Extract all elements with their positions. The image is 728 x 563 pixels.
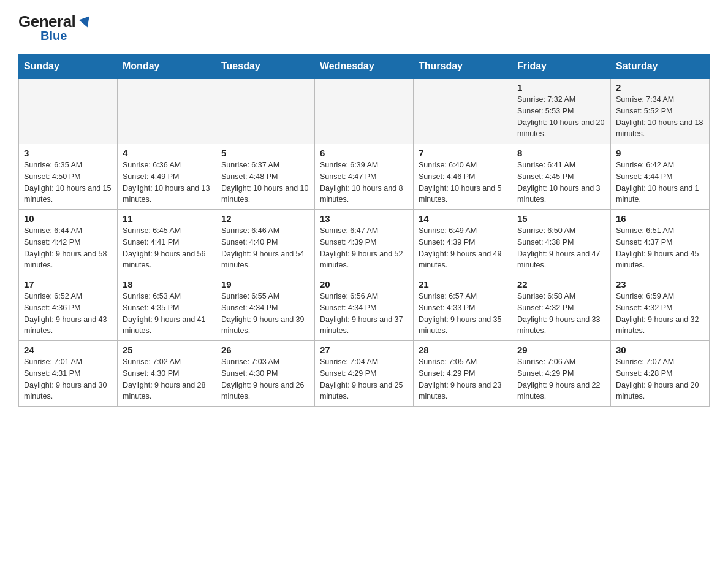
calendar-header-row: SundayMondayTuesdayWednesdayThursdayFrid… <box>19 55 710 79</box>
calendar-cell: 1Sunrise: 7:32 AMSunset: 5:53 PMDaylight… <box>512 79 611 144</box>
day-number: 4 <box>123 148 211 158</box>
calendar-cell: 21Sunrise: 6:57 AMSunset: 4:33 PMDayligh… <box>414 275 512 341</box>
calendar-cell: 16Sunrise: 6:51 AMSunset: 4:37 PMDayligh… <box>611 210 710 275</box>
day-number: 1 <box>517 82 605 93</box>
day-info: Sunrise: 7:06 AMSunset: 4:29 PMDaylight:… <box>517 356 605 402</box>
day-info: Sunrise: 7:01 AMSunset: 4:31 PMDaylight:… <box>24 356 112 402</box>
calendar-cell: 19Sunrise: 6:55 AMSunset: 4:34 PMDayligh… <box>216 275 315 341</box>
day-info: Sunrise: 6:53 AMSunset: 4:35 PMDaylight:… <box>123 291 211 337</box>
day-info: Sunrise: 6:55 AMSunset: 4:34 PMDaylight:… <box>221 291 309 337</box>
logo-blue-text: Blue <box>40 29 67 43</box>
calendar-cell: 9Sunrise: 6:42 AMSunset: 4:44 PMDaylight… <box>611 144 710 210</box>
day-number: 15 <box>517 213 605 224</box>
day-number: 7 <box>419 148 507 158</box>
calendar-cell: 24Sunrise: 7:01 AMSunset: 4:31 PMDayligh… <box>19 341 118 407</box>
day-number: 10 <box>24 213 112 224</box>
calendar-cell: 13Sunrise: 6:47 AMSunset: 4:39 PMDayligh… <box>315 210 414 275</box>
day-info: Sunrise: 6:59 AMSunset: 4:32 PMDaylight:… <box>616 291 704 337</box>
day-info: Sunrise: 6:37 AMSunset: 4:48 PMDaylight:… <box>221 159 309 205</box>
day-info: Sunrise: 6:47 AMSunset: 4:39 PMDaylight:… <box>320 225 408 271</box>
day-info: Sunrise: 7:03 AMSunset: 4:30 PMDaylight:… <box>221 356 309 402</box>
calendar-cell: 2Sunrise: 7:34 AMSunset: 5:52 PMDaylight… <box>611 79 710 144</box>
day-number: 25 <box>123 345 211 355</box>
calendar-cell: 29Sunrise: 7:06 AMSunset: 4:29 PMDayligh… <box>512 341 611 407</box>
day-info: Sunrise: 6:56 AMSunset: 4:34 PMDaylight:… <box>320 291 408 337</box>
logo-triangle-icon <box>79 17 93 29</box>
calendar-cell: 5Sunrise: 6:37 AMSunset: 4:48 PMDaylight… <box>216 144 315 210</box>
calendar-cell <box>315 79 414 144</box>
day-number: 21 <box>419 279 507 289</box>
day-number: 11 <box>123 213 211 224</box>
column-header-thursday: Thursday <box>414 55 512 79</box>
day-number: 13 <box>320 213 408 224</box>
day-info: Sunrise: 7:02 AMSunset: 4:30 PMDaylight:… <box>123 356 211 402</box>
day-info: Sunrise: 6:44 AMSunset: 4:42 PMDaylight:… <box>24 225 112 271</box>
calendar-cell <box>414 79 512 144</box>
calendar-cell: 11Sunrise: 6:45 AMSunset: 4:41 PMDayligh… <box>118 210 216 275</box>
calendar-cell: 7Sunrise: 6:40 AMSunset: 4:46 PMDaylight… <box>414 144 512 210</box>
calendar-cell <box>118 79 216 144</box>
calendar-cell: 25Sunrise: 7:02 AMSunset: 4:30 PMDayligh… <box>118 341 216 407</box>
calendar-cell: 17Sunrise: 6:52 AMSunset: 4:36 PMDayligh… <box>19 275 118 341</box>
day-number: 14 <box>419 213 507 224</box>
day-info: Sunrise: 6:36 AMSunset: 4:49 PMDaylight:… <box>123 159 211 205</box>
day-number: 18 <box>123 279 211 289</box>
day-number: 24 <box>24 345 112 355</box>
day-info: Sunrise: 6:58 AMSunset: 4:32 PMDaylight:… <box>517 291 605 337</box>
column-header-wednesday: Wednesday <box>315 55 414 79</box>
calendar-cell: 27Sunrise: 7:04 AMSunset: 4:29 PMDayligh… <box>315 341 414 407</box>
day-info: Sunrise: 6:35 AMSunset: 4:50 PMDaylight:… <box>24 159 112 205</box>
day-number: 19 <box>221 279 309 289</box>
calendar-week-row: 10Sunrise: 6:44 AMSunset: 4:42 PMDayligh… <box>19 210 710 275</box>
day-info: Sunrise: 6:42 AMSunset: 4:44 PMDaylight:… <box>616 159 704 205</box>
day-number: 3 <box>24 148 112 158</box>
day-info: Sunrise: 6:39 AMSunset: 4:47 PMDaylight:… <box>320 159 408 205</box>
calendar-cell: 6Sunrise: 6:39 AMSunset: 4:47 PMDaylight… <box>315 144 414 210</box>
day-info: Sunrise: 7:32 AMSunset: 5:53 PMDaylight:… <box>517 94 605 140</box>
day-info: Sunrise: 7:04 AMSunset: 4:29 PMDaylight:… <box>320 356 408 402</box>
calendar-cell: 15Sunrise: 6:50 AMSunset: 4:38 PMDayligh… <box>512 210 611 275</box>
calendar-cell <box>216 79 315 144</box>
day-number: 17 <box>24 279 112 289</box>
calendar-cell: 20Sunrise: 6:56 AMSunset: 4:34 PMDayligh… <box>315 275 414 341</box>
calendar-cell: 18Sunrise: 6:53 AMSunset: 4:35 PMDayligh… <box>118 275 216 341</box>
calendar-week-row: 24Sunrise: 7:01 AMSunset: 4:31 PMDayligh… <box>19 341 710 407</box>
calendar-cell: 14Sunrise: 6:49 AMSunset: 4:39 PMDayligh… <box>414 210 512 275</box>
calendar-cell: 23Sunrise: 6:59 AMSunset: 4:32 PMDayligh… <box>611 275 710 341</box>
column-header-monday: Monday <box>118 55 216 79</box>
page-header: General Blue <box>18 12 710 43</box>
calendar-week-row: 3Sunrise: 6:35 AMSunset: 4:50 PMDaylight… <box>19 144 710 210</box>
day-number: 28 <box>419 345 507 355</box>
day-info: Sunrise: 6:41 AMSunset: 4:45 PMDaylight:… <box>517 159 605 205</box>
calendar-week-row: 17Sunrise: 6:52 AMSunset: 4:36 PMDayligh… <box>19 275 710 341</box>
day-number: 22 <box>517 279 605 289</box>
day-info: Sunrise: 6:46 AMSunset: 4:40 PMDaylight:… <box>221 225 309 271</box>
day-info: Sunrise: 6:51 AMSunset: 4:37 PMDaylight:… <box>616 225 704 271</box>
calendar-week-row: 1Sunrise: 7:32 AMSunset: 5:53 PMDaylight… <box>19 79 710 144</box>
calendar-cell: 22Sunrise: 6:58 AMSunset: 4:32 PMDayligh… <box>512 275 611 341</box>
day-number: 23 <box>616 279 704 289</box>
day-info: Sunrise: 7:05 AMSunset: 4:29 PMDaylight:… <box>419 356 507 402</box>
calendar-cell: 26Sunrise: 7:03 AMSunset: 4:30 PMDayligh… <box>216 341 315 407</box>
day-number: 9 <box>616 148 704 158</box>
column-header-saturday: Saturday <box>611 55 710 79</box>
day-number: 29 <box>517 345 605 355</box>
column-header-sunday: Sunday <box>19 55 118 79</box>
day-number: 8 <box>517 148 605 158</box>
day-number: 5 <box>221 148 309 158</box>
column-header-friday: Friday <box>512 55 611 79</box>
calendar-cell: 12Sunrise: 6:46 AMSunset: 4:40 PMDayligh… <box>216 210 315 275</box>
column-header-tuesday: Tuesday <box>216 55 315 79</box>
day-info: Sunrise: 6:49 AMSunset: 4:39 PMDaylight:… <box>419 225 507 271</box>
calendar-cell <box>19 79 118 144</box>
day-info: Sunrise: 6:40 AMSunset: 4:46 PMDaylight:… <box>419 159 507 205</box>
calendar-cell: 10Sunrise: 6:44 AMSunset: 4:42 PMDayligh… <box>19 210 118 275</box>
day-number: 27 <box>320 345 408 355</box>
day-number: 16 <box>616 213 704 224</box>
day-number: 20 <box>320 279 408 289</box>
calendar-table: SundayMondayTuesdayWednesdayThursdayFrid… <box>18 54 710 407</box>
calendar-cell: 28Sunrise: 7:05 AMSunset: 4:29 PMDayligh… <box>414 341 512 407</box>
day-number: 30 <box>616 345 704 355</box>
day-info: Sunrise: 6:57 AMSunset: 4:33 PMDaylight:… <box>419 291 507 337</box>
calendar-cell: 8Sunrise: 6:41 AMSunset: 4:45 PMDaylight… <box>512 144 611 210</box>
